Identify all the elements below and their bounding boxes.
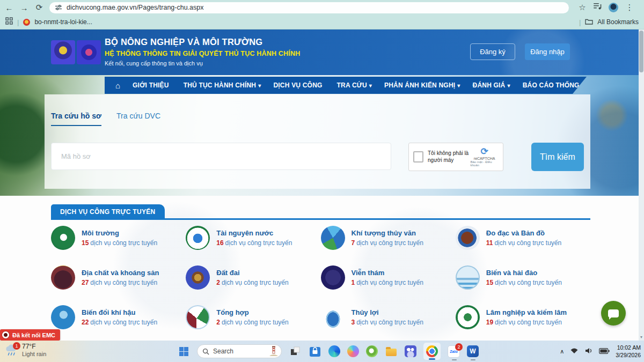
service-item-bien-hai-dao[interactable]: Biển và hải đảo 15dịch vụ công trực tuyế… <box>456 265 590 290</box>
forestry-icon <box>456 305 480 329</box>
nav-item-danh-gia[interactable]: ĐÁNH GIÁ▾ <box>473 82 510 89</box>
hydrometeorology-icon <box>321 226 345 250</box>
nav-item-ho-tro[interactable]: HỖ TRỢ▾ <box>608 82 639 89</box>
url-text: dichvucong.mae.gov.vn/Pages/trang-chu.as… <box>67 4 203 11</box>
register-button[interactable]: Đăng ký <box>470 43 515 60</box>
section-divider <box>51 218 590 220</box>
nav-item-dich-vu-cong[interactable]: DỊCH VỤ CÔNG <box>273 82 324 89</box>
chat-bubble-icon <box>608 309 619 317</box>
nav-item-gioi-thieu[interactable]: GIỚI THIỆU <box>133 82 171 89</box>
apps-grid-icon[interactable] <box>5 17 13 27</box>
screen: ← → ⟳ dichvucong.mae.gov.vn/Pages/trang-… <box>0 0 644 362</box>
service-name: Viễn thám <box>352 269 423 277</box>
search-submit-button[interactable]: Tìm kiếm <box>531 143 584 171</box>
zalo-icon[interactable]: Zalo 2 <box>448 345 460 358</box>
service-item-thuy-loi[interactable]: Thủy lợi 3dịch vụ công trực tuyến <box>321 305 456 329</box>
chrome-menu-icon[interactable]: ⋮ <box>625 3 634 12</box>
service-count: 2 <box>216 279 220 286</box>
divider: | <box>579 18 581 26</box>
tray-expand-icon[interactable]: ∧ <box>560 348 564 355</box>
start-button[interactable] <box>177 345 190 358</box>
chat-button[interactable] <box>601 301 626 326</box>
zalo-notification-badge: 2 <box>455 343 463 351</box>
copilot-icon[interactable] <box>347 345 359 357</box>
site-settings-icon[interactable] <box>55 4 62 11</box>
teams-icon[interactable] <box>405 345 416 357</box>
record-code-input[interactable] <box>51 143 391 170</box>
nav-item-thu-tuc-hanh-chinh[interactable]: THỦ TỤC HÀNH CHÍNH▾ <box>184 82 261 89</box>
service-count: 15 <box>82 239 89 247</box>
online-services-section: DỊCH VỤ CÔNG TRỰC TUYẾN Môi trường 15dịc… <box>0 196 639 341</box>
service-count: 15 <box>486 279 493 286</box>
nav-item-tra-cuu[interactable]: TRA CỨU▾ <box>337 82 372 89</box>
weather-rain-icon: 1 <box>4 344 18 357</box>
section-title-tab: DỊCH VỤ CÔNG TRỰC TUYẾN <box>51 204 165 219</box>
scrollbar-thumb[interactable] <box>639 31 643 72</box>
home-icon[interactable]: ⌂ <box>115 81 120 90</box>
service-item-lam-nghiep-kiem-lam[interactable]: Lâm nghiệp và kiểm lâm 19dịch vụ công tr… <box>456 305 590 329</box>
all-bookmarks-button[interactable]: All Bookmarks <box>597 18 639 26</box>
tab-tra-cuu-ho-so[interactable]: Tra cứu hồ sơ <box>51 112 101 126</box>
service-count: 19 <box>486 319 493 326</box>
service-item-tai-nguyen-nuoc[interactable]: Tài nguyên nước 16dịch vụ công trực tuyế… <box>186 226 320 250</box>
nav-item-bao-cao-thong-ke[interactable]: BÁO CÁO THỐNG KÊ▾ <box>523 82 596 89</box>
remote-sensing-icon <box>321 265 345 290</box>
task-view-icon[interactable] <box>289 345 302 358</box>
scrollbar-down-icon[interactable]: ▾ <box>639 335 644 339</box>
service-suffix: dịch vụ công trực tuyến <box>222 279 289 286</box>
forward-icon[interactable]: → <box>19 3 29 12</box>
login-button[interactable]: Đăng nhập <box>525 43 570 60</box>
system-tray: ∧ 10:02 AM 3/29/2026 <box>560 341 641 362</box>
service-item-dat-dai[interactable]: Đất đai 2dịch vụ công trực tuyến <box>186 265 320 290</box>
running-app-indicator <box>452 359 457 360</box>
service-item-bien-doi-khi-hau[interactable]: Biến đổi khí hậu 22dịch vụ công trực tuy… <box>51 305 186 329</box>
recaptcha-widget[interactable]: Tôi không phải là người máy ⟳ reCAPTCHA … <box>408 143 503 171</box>
service-count: 27 <box>82 279 89 286</box>
taskbar-search[interactable]: Search <box>197 344 282 358</box>
service-count: 22 <box>82 319 89 326</box>
service-count: 1 <box>352 279 355 286</box>
chrome-icon <box>426 345 438 357</box>
chrome-icon-active[interactable] <box>423 343 441 360</box>
recaptcha-links[interactable]: Bảo mật - Điều khoản <box>470 160 498 167</box>
service-item-vien-tham[interactable]: Viễn thám 1dịch vụ công trực tuyến <box>321 265 456 290</box>
page-scrollbar[interactable]: ▾ <box>639 29 644 341</box>
bookmark-item[interactable]: bo-nnmt-tra-loi-kie... <box>34 18 92 26</box>
taskbar-clock[interactable]: 10:02 AM 3/29/2026 <box>616 344 641 359</box>
bookmarks-bar: | bo-nnmt-tra-loi-kie... | All Bookmarks <box>0 15 644 29</box>
hero-section: ⌂ GIỚI THIỆU THỦ TỤC HÀNH CHÍNH▾ DỊCH VỤ… <box>0 75 639 196</box>
word-icon[interactable]: W <box>467 345 479 357</box>
battery-icon[interactable] <box>599 346 610 356</box>
service-item-khi-tuong-thuy-van[interactable]: Khí tượng thủy văn 7dịch vụ công trực tu… <box>321 226 456 250</box>
surveying-mapping-icon <box>456 226 480 250</box>
tab-tra-cuu-dvc[interactable]: Tra cứu DVC <box>116 112 160 126</box>
service-item-dia-chat-khoang-san[interactable]: Địa chất và khoáng sản 27dịch vụ công tr… <box>51 265 186 290</box>
recaptcha-checkbox[interactable] <box>413 151 423 162</box>
service-suffix: dịch vụ công trực tuyến <box>356 239 423 247</box>
folder-icon <box>585 17 593 27</box>
chevron-down-icon: ▾ <box>592 83 595 88</box>
nav-label: HỖ TRỢ <box>608 82 634 89</box>
weather-widget[interactable]: 1 77°F Light rain <box>4 343 46 357</box>
nav-label: TRA CỨU <box>337 82 367 89</box>
nav-label: DỊCH VỤ CÔNG <box>273 82 322 89</box>
profile-avatar[interactable] <box>609 3 618 12</box>
service-item-do-dac-ban-do[interactable]: Đo đạc và Bản đồ 11dịch vụ công trực tuy… <box>456 226 590 250</box>
nav-item-phan-anh-kien-nghi[interactable]: PHẢN ÁNH KIẾN NGHỊ▾ <box>384 82 460 89</box>
volume-icon[interactable] <box>584 346 593 356</box>
file-explorer-icon[interactable] <box>385 345 398 358</box>
service-count: 16 <box>216 239 223 247</box>
service-item-tong-hop[interactable]: Tổng hợp 2dịch vụ công trực tuyến <box>186 305 320 329</box>
service-item-moi-truong[interactable]: Môi trường 15dịch vụ công trực tuyến <box>51 226 186 250</box>
microsoft-store-icon[interactable] <box>309 345 321 358</box>
back-icon[interactable]: ← <box>4 3 14 12</box>
wifi-icon[interactable] <box>570 346 579 356</box>
media-controls-icon[interactable] <box>594 3 602 12</box>
address-bar[interactable]: dichvucong.mae.gov.vn/Pages/trang-chu.as… <box>49 2 569 13</box>
reload-icon[interactable]: ⟳ <box>34 3 44 12</box>
bookmark-star-icon[interactable]: ☆ <box>577 3 587 12</box>
edge-icon[interactable] <box>328 345 340 357</box>
coccoc-browser-icon[interactable] <box>366 345 378 357</box>
word-logo-letter: W <box>470 348 475 355</box>
recaptcha-label: Tôi không phải là người máy <box>428 150 470 164</box>
